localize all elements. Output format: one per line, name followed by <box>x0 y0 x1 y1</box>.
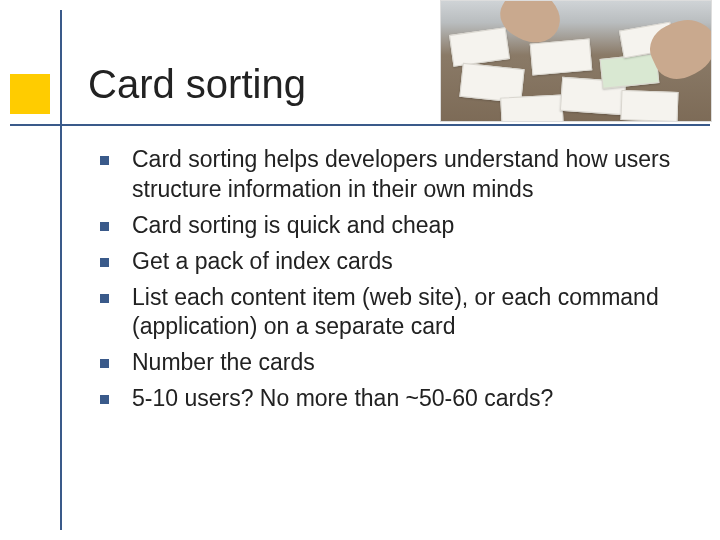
list-item: Card sorting is quick and cheap <box>100 211 680 241</box>
bullet-text: List each content item (web site), or ea… <box>132 284 659 340</box>
vertical-divider <box>60 10 62 530</box>
bullet-text: Number the cards <box>132 349 315 375</box>
list-item: Number the cards <box>100 348 680 378</box>
list-item: Card sorting helps developers understand… <box>100 145 680 205</box>
bullet-text: Card sorting helps developers understand… <box>132 146 670 202</box>
bullet-text: 5-10 users? No more than ~50-60 cards? <box>132 385 553 411</box>
slide: Card sorting Card sorting helps develope… <box>0 0 720 540</box>
bullet-list-container: Card sorting helps developers understand… <box>100 145 680 420</box>
list-item: List each content item (web site), or ea… <box>100 283 680 343</box>
list-item: 5-10 users? No more than ~50-60 cards? <box>100 384 680 414</box>
bullet-list: Card sorting helps developers understand… <box>100 145 680 414</box>
list-item: Get a pack of index cards <box>100 247 680 277</box>
bullet-text: Card sorting is quick and cheap <box>132 212 454 238</box>
bullet-text: Get a pack of index cards <box>132 248 393 274</box>
card-sorting-image <box>440 0 712 122</box>
horizontal-divider <box>10 124 710 126</box>
slide-title: Card sorting <box>88 62 306 107</box>
accent-square <box>10 74 50 114</box>
